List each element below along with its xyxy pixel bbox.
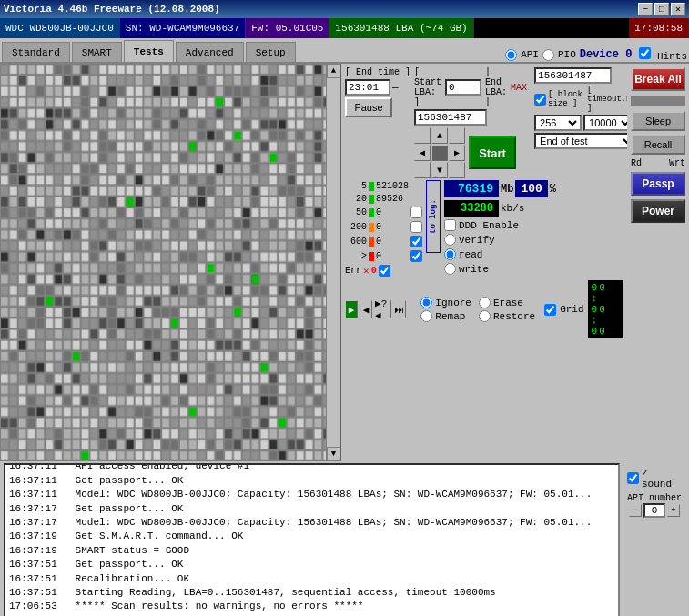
bar-50-checkbox[interactable] xyxy=(410,207,422,218)
bar-gt-indicator xyxy=(369,252,374,261)
api-radio[interactable] xyxy=(505,49,517,61)
grid-panel: ▲ ▼ xyxy=(0,64,341,461)
ignore-radio[interactable] xyxy=(420,297,432,308)
dir-nw[interactable] xyxy=(414,127,431,144)
end-lba-input-top[interactable] xyxy=(414,109,487,126)
log-entry: 16:37:11 API access enabled, device #1 xyxy=(9,463,614,474)
bar-600-checkbox[interactable] xyxy=(410,236,422,247)
lba-info: 156301488 LBA (~74 GB) xyxy=(329,18,473,38)
play-button[interactable]: ▶ xyxy=(345,300,358,318)
bar-20-indicator xyxy=(369,195,374,204)
api-minus-button[interactable]: − xyxy=(629,504,642,517)
tab-advanced[interactable]: Advanced xyxy=(176,42,244,62)
remap-radio[interactable] xyxy=(420,310,432,322)
write-radio[interactable] xyxy=(444,263,456,275)
pct-unit: % xyxy=(550,183,556,196)
end-time-input[interactable] xyxy=(345,79,390,96)
log-entry: 16:37:11 Model: WDC WD800JB-00JJC0; Capa… xyxy=(9,488,614,501)
write-radio-row: write xyxy=(444,263,556,275)
log-panel[interactable]: 16:37:11 Starting Victoria 4.46b Freewar… xyxy=(4,463,620,616)
restore-radio[interactable] xyxy=(479,310,491,322)
ddd-enable-checkbox[interactable] xyxy=(444,219,456,231)
passp-button[interactable]: Passp xyxy=(631,172,685,196)
bar-err-checkbox[interactable] xyxy=(379,265,390,277)
direction-pad: ▲ ◀ ▶ ▼ xyxy=(414,127,465,178)
scroll-down-button[interactable]: ▼ xyxy=(327,447,341,461)
dir-s[interactable]: ▼ xyxy=(431,162,448,178)
erase-radio[interactable] xyxy=(479,297,491,308)
log-container: 16:37:11 Starting Victoria 4.46b Freewar… xyxy=(4,463,620,614)
start-lba-input[interactable] xyxy=(445,79,481,96)
break-all-button[interactable]: Break All xyxy=(631,67,685,91)
pio-radio[interactable] xyxy=(542,49,554,61)
close-button[interactable]: ✕ xyxy=(671,3,685,15)
bar-section: 5 521028 20 89526 50 0 xyxy=(345,180,422,278)
grid-checkbox[interactable] xyxy=(544,304,556,316)
tab-bar: Standard SMART Tests Advanced Setup API … xyxy=(0,38,689,64)
scan-grid xyxy=(0,64,340,461)
content-area: ▲ ▼ [ End time ] — Pause xyxy=(0,64,689,461)
log-entry: 16:37:51 Get passport... OK xyxy=(9,558,614,571)
tab-setup[interactable]: Setup xyxy=(246,42,296,62)
recall-button[interactable]: Recall xyxy=(631,135,685,155)
maximize-button[interactable]: □ xyxy=(654,3,669,15)
api-num-controls: − 0 + xyxy=(629,503,680,518)
start-button[interactable]: Start xyxy=(469,136,516,169)
write-label: write xyxy=(459,264,489,275)
kbs-value: 33280 xyxy=(444,200,499,217)
max-label: MAX xyxy=(511,83,527,93)
hints-checkbox-label[interactable]: Hints xyxy=(639,47,687,62)
bar-200-indicator xyxy=(369,223,374,232)
end-button[interactable]: ⏭ xyxy=(393,300,406,318)
read-radio[interactable] xyxy=(444,248,456,260)
start-lba-label: [ Start LBA: ] xyxy=(414,67,441,107)
serial-info: SN: WD-WCAM9M096637 xyxy=(120,18,246,38)
verify-radio[interactable] xyxy=(444,234,456,246)
bar-row-20: 20 89526 xyxy=(345,194,422,204)
dir-ne[interactable] xyxy=(449,127,465,144)
log-entry: 16:37:11 Get passport... OK xyxy=(9,474,614,488)
tab-standard[interactable]: Standard xyxy=(2,42,70,62)
sound-area: ✓ sound API number − 0 + xyxy=(623,463,685,614)
tab-right-area: API PIO Device 0 Hints xyxy=(505,47,687,62)
bar-row-200: 200 0 xyxy=(345,221,422,233)
api-plus-button[interactable]: + xyxy=(667,504,680,517)
mb-value: 76319 xyxy=(444,180,499,197)
read-radio-row: read xyxy=(444,248,556,260)
rd-wrt-labels: Rd Wrt xyxy=(631,158,685,168)
dir-w[interactable]: ◀ xyxy=(414,145,431,161)
api-number-area: API number − 0 + xyxy=(627,493,682,518)
end-time-label: [ End time ] xyxy=(345,67,410,77)
scroll-up-button[interactable]: ▲ xyxy=(327,64,341,78)
bar-gt-checkbox[interactable] xyxy=(410,250,422,262)
step-button[interactable]: ▶?◀ xyxy=(374,300,390,318)
end-lba-label: | End LBA: | xyxy=(485,67,507,107)
block-size-select[interactable]: 256 xyxy=(534,115,582,131)
tab-smart[interactable]: SMART xyxy=(72,42,122,62)
sound-checkbox[interactable] xyxy=(627,472,639,484)
dir-se[interactable] xyxy=(449,162,465,178)
log-entry: 16:37:19 SMART status = GOOD xyxy=(9,544,614,558)
rd-label: Rd xyxy=(631,158,642,168)
api-pio-group: API PIO Device 0 xyxy=(505,48,632,61)
firmware-info: Fw: 05.01C05 xyxy=(246,18,329,38)
sound-label[interactable]: ✓ sound xyxy=(627,467,682,490)
hints-checkbox[interactable] xyxy=(639,47,651,59)
dir-e[interactable]: ▶ xyxy=(449,145,465,161)
pause-button[interactable]: Pause xyxy=(345,97,392,117)
power-button[interactable]: Power xyxy=(631,199,685,223)
minimize-button[interactable]: − xyxy=(638,3,653,15)
back-button[interactable]: ◀ xyxy=(360,300,372,318)
dir-n[interactable]: ▲ xyxy=(431,127,448,144)
end-of-test-select[interactable]: End of test xyxy=(534,133,636,149)
device-label: Device 0 xyxy=(580,48,633,61)
dir-center[interactable] xyxy=(431,145,448,161)
app-window: Victoria 4.46b Freeware (12.08.2008) − □… xyxy=(0,0,689,616)
endlba-checkbox[interactable] xyxy=(534,94,546,106)
tab-tests[interactable]: Tests xyxy=(124,40,174,62)
dir-sw[interactable] xyxy=(414,162,431,178)
bar-200-checkbox[interactable] xyxy=(410,221,422,233)
end-lba-input[interactable] xyxy=(534,67,612,84)
bar-row-5: 5 521028 xyxy=(345,181,422,191)
sleep-button[interactable]: Sleep xyxy=(631,111,685,131)
